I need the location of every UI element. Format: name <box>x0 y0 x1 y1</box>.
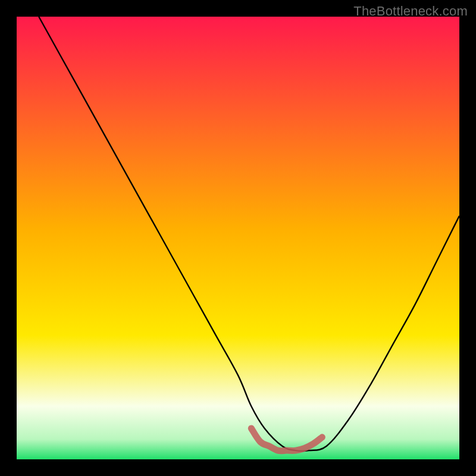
chart-container: TheBottleneck.com <box>0 0 476 476</box>
watermark-attribution: TheBottleneck.com <box>353 4 468 19</box>
gradient-background <box>17 17 459 459</box>
plot-area <box>17 17 459 459</box>
chart-svg <box>17 17 459 459</box>
